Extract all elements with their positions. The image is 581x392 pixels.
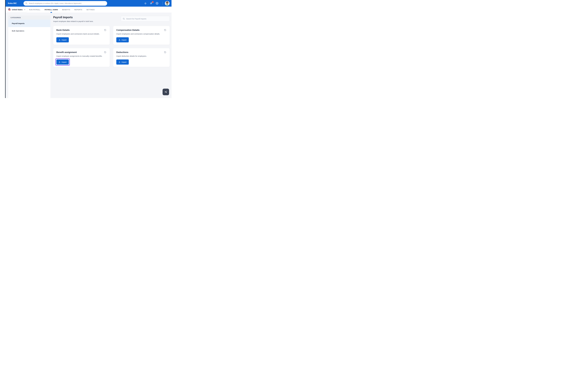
history-icon[interactable] — [104, 51, 106, 53]
history-icon[interactable] — [104, 28, 106, 31]
card-compensation-details: Compensation Details Import employees an… — [113, 26, 170, 45]
import-button-highlight: Import — [56, 59, 69, 64]
card-description: Import employee assignments to manually … — [56, 55, 106, 57]
page-head: Payroll Imports Import employee data rel… — [53, 16, 170, 22]
import-button-label: Import — [122, 61, 126, 63]
payroll-imports-search-input[interactable] — [126, 18, 167, 20]
import-button-label: Import — [62, 61, 66, 63]
page-body: CATEGORIES Payroll Imports Bulk Operatio… — [6, 13, 172, 98]
card-deductions: Deductions Import deduction details for … — [113, 48, 170, 67]
upload-icon — [58, 39, 60, 41]
top-header-bar: Keka INC — [6, 0, 172, 6]
header-actions — [144, 0, 170, 6]
tab-settings[interactable]: SETTINGS — [86, 6, 94, 13]
notification-badge — [152, 1, 154, 3]
import-button[interactable]: Import — [116, 37, 129, 42]
tab-benefits[interactable]: BENEFITS — [62, 6, 70, 13]
card-description: Import employees and contractors compens… — [116, 33, 166, 35]
legal-entity-label: United States — [12, 9, 24, 10]
import-cards-grid: Bank Details Import employees and contra… — [53, 26, 170, 67]
card-description: Import deduction details for employees. — [116, 55, 166, 57]
categories-sidebar: CATEGORIES Payroll Imports Bulk Operatio… — [8, 15, 50, 98]
history-icon[interactable] — [164, 51, 166, 53]
sidebar-item-payroll-imports[interactable]: Payroll Imports — [8, 20, 50, 27]
card-title: Deductions — [116, 51, 128, 53]
search-icon — [123, 18, 125, 20]
header-divider — [162, 2, 163, 5]
magic-wand-icon — [164, 90, 168, 94]
module-tabs: RUN PAYROLL PAYROLL ADMIN BENEFITS REPOR… — [29, 6, 94, 13]
left-gutter — [0, 0, 5, 98]
company-logo[interactable]: Keka INC — [8, 0, 17, 6]
sidebar-item-bulk-operations[interactable]: Bulk Operations — [8, 27, 50, 34]
gear-icon[interactable] — [156, 2, 158, 5]
user-avatar[interactable] — [165, 1, 170, 6]
main-content: Payroll Imports Import employee data rel… — [53, 16, 170, 67]
card-title: Benefit assignment — [56, 51, 77, 53]
card-title: Bank Details — [56, 29, 70, 31]
rocket-icon[interactable] — [150, 2, 152, 5]
chevron-down-icon — [24, 9, 26, 10]
global-search-input[interactable] — [29, 2, 103, 4]
import-button[interactable]: Import — [56, 37, 69, 42]
upload-icon — [118, 39, 120, 41]
upload-icon — [118, 61, 120, 63]
module-navbar: United States RUN PAYROLL PAYROLL ADMIN … — [6, 6, 172, 13]
bell-icon[interactable] — [144, 2, 147, 5]
tab-reports[interactable]: REPORTS — [74, 6, 82, 13]
import-button-highlighted[interactable]: Import — [56, 59, 69, 64]
right-gutter — [172, 0, 174, 98]
card-description: Import employees and contractors bank ac… — [56, 33, 106, 35]
payroll-imports-search[interactable] — [121, 16, 170, 21]
import-button-label: Import — [62, 39, 66, 41]
import-button-label: Import — [122, 39, 126, 41]
card-title: Compensation Details — [116, 29, 140, 31]
history-icon[interactable] — [164, 28, 166, 31]
import-button[interactable]: Import — [116, 59, 129, 64]
us-flag-icon — [8, 8, 11, 11]
screen: Keka INC — [0, 0, 174, 98]
card-benefit-assignment: Benefit assignment Import employee assig… — [53, 48, 110, 67]
tab-run-payroll[interactable]: RUN PAYROLL — [29, 6, 40, 13]
card-bank-details: Bank Details Import employees and contra… — [53, 26, 110, 45]
magic-wand-button[interactable] — [162, 89, 169, 95]
app-window: Keka INC — [6, 0, 172, 98]
tab-payroll-admin[interactable]: PAYROLL ADMIN — [44, 6, 58, 13]
global-search[interactable] — [24, 1, 107, 6]
legal-entity-selector[interactable]: United States — [6, 7, 27, 12]
search-icon — [25, 2, 28, 4]
sidebar-heading: CATEGORIES — [8, 15, 50, 20]
upload-icon — [58, 61, 60, 63]
